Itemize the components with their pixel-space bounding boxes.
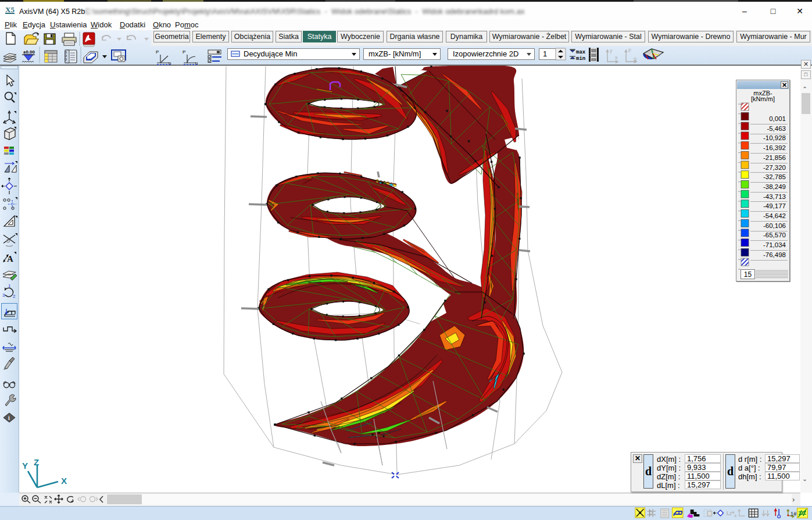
svg-text:max: max — [576, 49, 586, 55]
svg-text:±0.00: ±0.00 — [23, 49, 35, 55]
svg-text:i: i — [8, 415, 10, 421]
svg-text:3: 3 — [2, 293, 5, 298]
svg-text:1: 1 — [8, 283, 11, 289]
svg-text:P: P — [183, 49, 185, 55]
svg-text:F: F — [628, 48, 632, 54]
svg-text:2: 2 — [13, 294, 16, 299]
svg-text:q: q — [634, 56, 636, 62]
svg-text:X: X — [61, 476, 67, 486]
svg-text:y: y — [610, 48, 613, 54]
svg-text:P: P — [156, 49, 159, 55]
svg-text:Y: Y — [22, 461, 28, 471]
svg-text:X5: X5 — [5, 5, 15, 14]
svg-text:x: x — [615, 55, 618, 60]
svg-text:Z: Z — [34, 458, 39, 467]
svg-text:min: min — [576, 56, 585, 62]
